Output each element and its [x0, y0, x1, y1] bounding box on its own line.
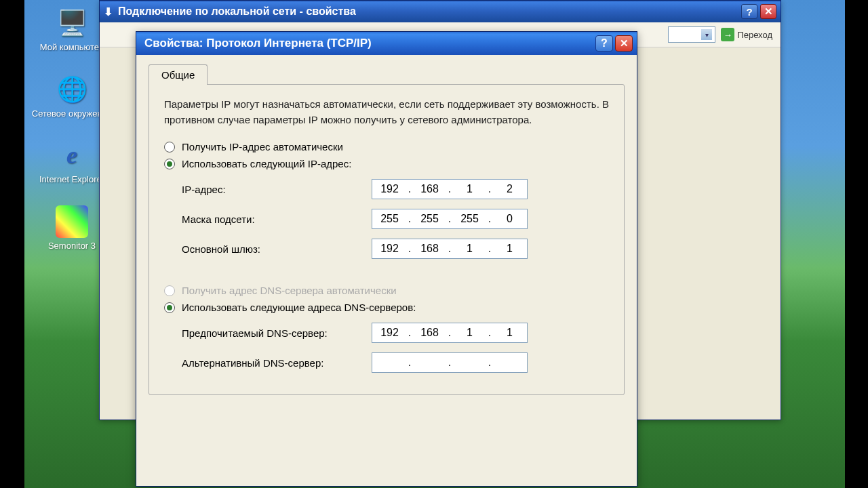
- dns2-label: Альтернативный DNS-сервер:: [182, 357, 372, 369]
- dialog-help-button[interactable]: ?: [595, 35, 613, 52]
- radio-dns-manual[interactable]: Использовать следующие адреса DNS-сервер…: [164, 302, 609, 313]
- back-title: Подключение по локальной сети - свойства: [118, 5, 738, 18]
- tcpip-dialog: Свойства: Протокол Интернета (TCP/IP) ? …: [136, 31, 637, 487]
- radio-selected-icon: [164, 302, 175, 313]
- tab-general[interactable]: Общие: [149, 64, 208, 85]
- subnet-mask-input[interactable]: 255. 255. 255. 0: [372, 209, 528, 229]
- window-icon: ⬇: [104, 5, 113, 18]
- dns-group: Получить адрес DNS-сервера автоматически…: [164, 285, 609, 373]
- tab-body: Параметры IP могут назначаться автоматич…: [149, 84, 625, 395]
- radio-dns-auto: Получить адрес DNS-сервера автоматически: [164, 285, 609, 296]
- radio-ip-auto[interactable]: Получить IP-адрес автоматически: [164, 141, 609, 152]
- address-dropdown[interactable]: ▾: [668, 26, 715, 43]
- dns2-input[interactable]: . . .: [372, 352, 528, 373]
- arrow-right-icon: →: [721, 28, 734, 41]
- dialog-close-button[interactable]: ✕: [615, 35, 633, 52]
- back-titlebar[interactable]: ⬇ Подключение по локальной сети - свойст…: [100, 1, 781, 22]
- gateway-input[interactable]: 192. 168. 1. 1: [372, 239, 528, 259]
- ie-icon: e: [56, 139, 88, 171]
- radio-disabled-icon: [164, 285, 175, 296]
- chevron-down-icon: ▾: [701, 29, 712, 40]
- app-icon: [56, 205, 88, 238]
- desktop: 🖥️ Мой компьютер 🌐 Сетевое окружение e I…: [24, 0, 845, 488]
- radio-selected-icon: [164, 159, 175, 169]
- back-help-button[interactable]: ?: [741, 4, 757, 19]
- radio-icon: [164, 142, 175, 152]
- dialog-titlebar[interactable]: Свойства: Протокол Интернета (TCP/IP) ? …: [136, 32, 637, 55]
- ip-address-input[interactable]: 192. 168. 1. 2: [372, 179, 528, 199]
- ip-label: IP-адрес:: [182, 184, 372, 195]
- dns1-input[interactable]: 192. 168. 1. 1: [372, 323, 528, 343]
- dialog-title: Свойства: Протокол Интернета (TCP/IP): [140, 37, 593, 50]
- dns1-label: Предпочитаемый DNS-сервер:: [182, 327, 372, 339]
- intro-text: Параметры IP могут назначаться автоматич…: [164, 97, 609, 127]
- back-close-button[interactable]: ✕: [760, 4, 776, 19]
- radio-ip-manual[interactable]: Использовать следующий IP-адрес:: [164, 158, 609, 169]
- go-button[interactable]: → Переход: [721, 26, 772, 43]
- computer-icon: 🖥️: [56, 7, 88, 39]
- ip-group: Получить IP-адрес автоматически Использо…: [164, 141, 609, 275]
- gateway-label: Основной шлюз:: [182, 243, 372, 255]
- network-icon: 🌐: [56, 73, 88, 106]
- mask-label: Маска подсети:: [182, 214, 372, 225]
